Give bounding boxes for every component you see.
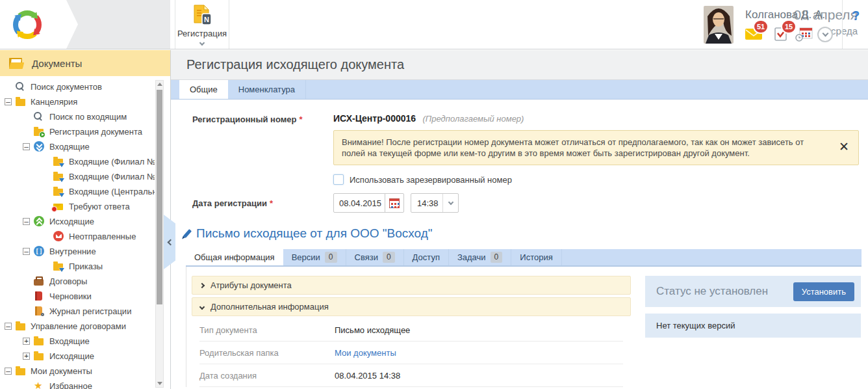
sidebar-item-reg-journal[interactable]: Журнал регистрации xyxy=(0,304,155,319)
folder-icon xyxy=(16,99,25,106)
sidebar-scrollbar[interactable] xyxy=(155,80,164,388)
time-value: 14:38 xyxy=(411,198,442,208)
document-panel: Атрибуты документа Дополнительная информ… xyxy=(186,267,862,387)
doc-tab-versions[interactable]: Версии0 xyxy=(283,249,346,265)
status-box: Статус не установлен Установить xyxy=(645,276,861,307)
tab-general[interactable]: Общие xyxy=(179,80,228,99)
sidebar-item-incoming-branch2[interactable]: Входящие (Филиал №2) xyxy=(0,169,155,184)
sidebar-item-contracts[interactable]: Договоры xyxy=(0,274,155,289)
tree-collapse-icon[interactable] xyxy=(23,143,30,150)
reserved-number-row: Использовать зарезервированный номер xyxy=(333,174,859,185)
sidebar-item-cm-outgoing[interactable]: Исходящие xyxy=(0,349,155,364)
sidebar-item-favorites[interactable]: Избранное xyxy=(0,379,155,389)
sidebar-item-search-incoming[interactable]: Поиск по входящим xyxy=(0,109,155,124)
app-logo[interactable] xyxy=(0,0,78,49)
logo-ring-icon xyxy=(10,8,44,42)
reg-number-note: (Предполагаемый номер) xyxy=(423,114,524,124)
sidebar-item-internal[interactable]: Внутренние xyxy=(0,244,155,259)
tab-nomenclature[interactable]: Номенклатура xyxy=(228,80,306,99)
accordion-additional-info[interactable]: Дополнительная информация xyxy=(192,297,631,316)
document-title[interactable]: Письмо исходящее от для ООО "Восход" xyxy=(196,226,433,241)
sidebar-item-cm-incoming[interactable]: Входящие xyxy=(0,334,155,349)
app-window: 08 апреля среда N Регистрация xyxy=(0,0,868,389)
parent-folder-link[interactable]: Мои документы xyxy=(335,348,396,358)
reg-time-input[interactable]: 14:38 xyxy=(411,193,459,213)
status-text: Статус не установлен xyxy=(656,285,793,298)
page-title: Регистрация исходящего документа xyxy=(186,57,404,72)
folder-play-icon xyxy=(34,129,44,136)
doc-tab-history[interactable]: История xyxy=(511,249,561,265)
tree-collapse-icon[interactable] xyxy=(5,98,12,105)
sidebar-item-register-doc[interactable]: Регистрация документа xyxy=(0,124,155,139)
calendar-clock-icon[interactable] xyxy=(795,27,813,44)
sidebar-item-chancellery[interactable]: Канцелярия xyxy=(0,94,155,109)
doc-type-value: Письмо исходящее xyxy=(335,325,410,335)
set-status-button[interactable]: Установить xyxy=(793,282,854,301)
briefcase-icon xyxy=(34,279,44,286)
document-status-column: Статус не установлен Установить Нет теку… xyxy=(645,267,861,387)
header-expand-button[interactable] xyxy=(817,27,833,42)
sidebar-item-contract-mgmt[interactable]: Управление договорами xyxy=(0,319,155,334)
tree-collapse-icon[interactable] xyxy=(5,368,12,375)
date-picker-button[interactable] xyxy=(385,193,404,213)
reg-date-label: Дата регистрации* xyxy=(192,193,333,213)
sidebar-item-need-reply[interactable]: Требуют ответа xyxy=(0,199,155,214)
book-search-icon xyxy=(35,306,42,315)
envelope-alert-icon xyxy=(53,204,63,210)
document-header: Письмо исходящее от для ООО "Восход" xyxy=(186,226,868,241)
sidebar-item-search-docs[interactable]: Поиск документов xyxy=(0,79,155,94)
help-button[interactable]: ? xyxy=(852,8,860,23)
time-dropdown-button[interactable] xyxy=(442,194,458,212)
chevron-down-icon xyxy=(199,40,205,46)
reserved-number-label: Использовать зарезервированный номер xyxy=(350,175,512,185)
sidebar-item-unsent[interactable]: Неотправленные xyxy=(0,229,155,244)
sidebar-item-orders[interactable]: Приказы xyxy=(0,259,155,274)
doc-tab-access[interactable]: Доступ xyxy=(404,249,449,265)
reg-number-label: Регистрационный номер* xyxy=(192,113,333,185)
reg-date-input[interactable]: 08.04.2015 xyxy=(333,193,385,213)
sidebar-header-documents[interactable]: Документы xyxy=(0,50,170,76)
chevron-down-icon xyxy=(448,200,453,205)
registration-ribbon-button[interactable]: N Регистрация xyxy=(175,0,229,49)
chevron-down-icon xyxy=(199,304,205,309)
tree-collapse-icon[interactable] xyxy=(23,218,30,225)
tree-expand-icon[interactable] xyxy=(23,338,30,345)
sidebar-item-drafts[interactable]: Черновики xyxy=(0,289,155,304)
sidebar-collapse-handle[interactable] xyxy=(164,215,175,269)
sidebar-title: Документы xyxy=(32,58,82,69)
sidebar-item-my-documents[interactable]: Мои документы xyxy=(0,364,155,379)
reserved-number-checkbox[interactable] xyxy=(333,174,344,185)
tasks-count-badge: 0 xyxy=(491,252,503,263)
reg-number-value-line: ИСХ-Центр-000016 (Предполагаемый номер) xyxy=(333,113,859,124)
warning-text: Внимание! После регистрации номер докуме… xyxy=(342,137,804,158)
doc-tab-general-info[interactable]: Общая информация xyxy=(186,249,283,265)
mail-count-badge[interactable]: 51 xyxy=(753,20,769,34)
tree-collapse-icon[interactable] xyxy=(23,248,30,255)
sidebar-item-incoming-branch1[interactable]: Входящие (Филиал №1) xyxy=(0,154,155,169)
sidebar-item-incoming[interactable]: Входящие xyxy=(0,139,155,154)
tree-expand-icon[interactable] xyxy=(23,353,30,360)
sidebar-item-outgoing[interactable]: Исходящие xyxy=(0,214,155,229)
document-info-column: Атрибуты документа Дополнительная информ… xyxy=(186,267,636,387)
tree-collapse-icon[interactable] xyxy=(5,323,12,330)
tasks-count-badge[interactable]: 15 xyxy=(781,20,797,34)
sidebar-item-incoming-central[interactable]: Входящие (Центральный офис) xyxy=(0,184,155,199)
links-count-badge: 0 xyxy=(383,252,395,263)
close-icon[interactable]: ✕ xyxy=(839,141,849,153)
chevron-down-icon xyxy=(822,31,828,37)
doc-tab-links[interactable]: Связи0 xyxy=(346,249,404,265)
versions-count-badge: 0 xyxy=(325,252,337,263)
main-content: Регистрация исходящего документа Общие Н… xyxy=(170,50,868,389)
doc-tab-tasks[interactable]: Задачи0 xyxy=(449,249,511,265)
user-avatar[interactable] xyxy=(704,6,734,44)
edit-pencil-icon[interactable] xyxy=(183,229,192,238)
scroll-down-icon[interactable] xyxy=(156,379,163,387)
accordion-attributes[interactable]: Атрибуты документа xyxy=(192,276,631,295)
circle-chevrons-down-icon xyxy=(34,141,44,152)
red-book-icon xyxy=(35,291,42,301)
scroll-up-icon[interactable] xyxy=(156,81,163,88)
open-folder-icon xyxy=(9,58,24,69)
search-icon xyxy=(16,82,24,90)
avatar-image xyxy=(704,6,734,44)
scrollbar-thumb[interactable] xyxy=(157,90,162,304)
